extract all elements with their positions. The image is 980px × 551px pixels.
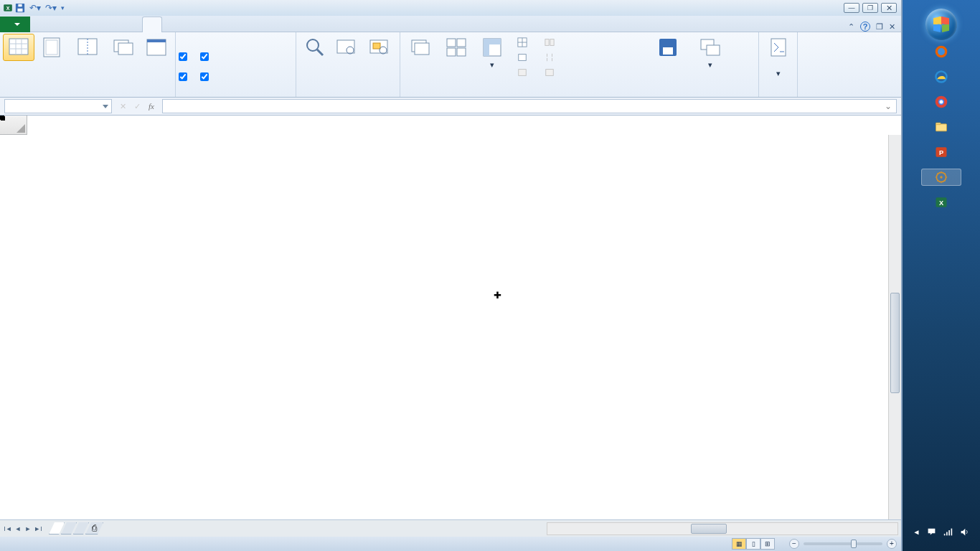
tray-network-icon[interactable] [943, 527, 953, 537]
group-label-window [403, 95, 755, 97]
help-icon[interactable]: ? [860, 22, 870, 32]
taskbar-powerpoint[interactable]: P [921, 143, 961, 161]
formula-bar-checkbox[interactable] [200, 50, 212, 64]
taskbar-app-active[interactable] [921, 169, 961, 186]
sheet-nav-prev[interactable]: ◄ [13, 523, 23, 534]
titlebar: X ↶▾ ↷▾ ▾ — ❐ ✕ [0, 0, 901, 16]
start-button[interactable] [925, 9, 957, 40]
window-restore-icon[interactable]: ❐ [876, 22, 883, 32]
svg-rect-45 [707, 45, 720, 55]
zoom-in-button[interactable]: + [887, 539, 897, 549]
custom-views-button[interactable] [108, 34, 139, 61]
unhide-button[interactable] [514, 65, 534, 80]
zoom-100-button[interactable] [332, 34, 359, 61]
group-label-workbook-views [3, 95, 172, 97]
svg-line-19 [317, 50, 323, 55]
maximize-button[interactable]: ❐ [862, 3, 878, 13]
status-bar: ▦ ▯ ⊞ − + [0, 537, 901, 551]
vertical-scrollbar[interactable] [888, 135, 901, 519]
tab-home[interactable] [30, 16, 49, 32]
window-close-icon[interactable]: ✕ [889, 22, 895, 32]
svg-rect-72 [951, 529, 953, 536]
full-screen-button[interactable] [141, 34, 172, 61]
page-break-preview-button[interactable] [69, 34, 107, 61]
group-label-zoom [299, 95, 397, 97]
taskbar-chrome[interactable] [921, 93, 961, 110]
hide-button[interactable] [514, 50, 534, 65]
sheet-nav-next[interactable]: ► [23, 523, 33, 534]
tab-review[interactable] [123, 16, 142, 32]
taskbar-excel[interactable]: X [921, 194, 961, 211]
close-button[interactable]: ✕ [881, 3, 897, 13]
redo-button[interactable]: ↷▾ [45, 3, 57, 13]
zoom-slider[interactable] [804, 542, 882, 545]
svg-rect-53 [936, 124, 947, 131]
save-icon[interactable] [15, 3, 25, 13]
fx-icon[interactable]: fx [145, 100, 158, 113]
tab-page-layout[interactable] [67, 16, 86, 32]
tab-formulas[interactable] [86, 16, 105, 32]
svg-text:P: P [939, 149, 943, 156]
svg-rect-5 [9, 39, 28, 55]
minimize-ribbon-icon[interactable]: ⌃ [848, 22, 854, 32]
windows-taskbar: P X ◄ [903, 0, 980, 551]
taskbar-explorer[interactable] [921, 118, 961, 136]
ribbon: ▾ ▾ ▾ [0, 32, 901, 98]
expand-formula-bar-icon[interactable]: ⌄ [885, 101, 895, 111]
formula-bar-row: ✕ ✓ fx ⌄ [0, 98, 901, 116]
new-window-button[interactable] [403, 34, 438, 61]
sheet-nav-last[interactable]: ►I [33, 523, 43, 534]
switch-windows-button[interactable]: ▾ [690, 34, 730, 70]
cancel-formula-icon[interactable]: ✕ [116, 100, 129, 113]
ruler-checkbox[interactable] [179, 50, 190, 64]
svg-rect-70 [947, 532, 948, 536]
normal-view-icon[interactable]: ▦ [732, 538, 746, 550]
reset-window-position-button[interactable] [541, 65, 643, 80]
qat-customize[interactable]: ▾ [61, 4, 65, 11]
zoom-button[interactable] [299, 34, 331, 61]
normal-view-button[interactable] [3, 34, 34, 61]
tray-volume-icon[interactable] [960, 527, 969, 537]
view-side-by-side-button[interactable] [541, 35, 643, 50]
undo-button[interactable]: ↶▾ [29, 3, 41, 13]
tab-data[interactable] [105, 16, 123, 32]
svg-rect-4 [18, 4, 22, 7]
tray-action-center-icon[interactable] [927, 527, 936, 537]
tab-view[interactable] [142, 17, 162, 32]
taskbar-firefox[interactable] [921, 43, 961, 60]
svg-rect-33 [484, 39, 489, 56]
svg-rect-20 [337, 40, 354, 53]
svg-point-58 [940, 176, 942, 178]
sheet-tabs-bar: I◄ ◄ ► ►I ⎙ [0, 519, 901, 537]
file-tab[interactable] [0, 17, 30, 32]
page-break-view-icon[interactable]: ⊞ [760, 538, 775, 550]
tab-insert[interactable] [49, 16, 67, 32]
save-workspace-button[interactable] [647, 34, 689, 61]
gridlines-checkbox[interactable] [179, 70, 190, 84]
tray-show-hidden-icon[interactable]: ◄ [913, 528, 920, 536]
page-layout-view-icon[interactable]: ▯ [746, 538, 760, 550]
spreadsheet-grid: ✚ [0, 116, 901, 519]
scrollbar-thumb[interactable] [890, 293, 900, 393]
page-layout-view-button[interactable] [36, 34, 67, 61]
zoom-out-button[interactable]: − [789, 539, 799, 549]
synchronous-scrolling-button[interactable] [541, 50, 643, 65]
freeze-panes-button[interactable]: ▾ [475, 34, 509, 70]
taskbar-ie[interactable] [921, 68, 961, 85]
svg-rect-3 [18, 9, 23, 11]
macros-button[interactable]: ▾ [762, 34, 794, 78]
select-all-corner[interactable] [0, 116, 27, 135]
svg-point-18 [307, 39, 319, 51]
horizontal-scrollbar[interactable] [547, 522, 898, 535]
arrange-all-button[interactable] [439, 34, 473, 61]
formula-bar[interactable]: ⌄ [162, 99, 897, 113]
sheet-nav-first[interactable]: I◄ [3, 523, 13, 534]
minimize-button[interactable]: — [844, 3, 859, 13]
split-button[interactable] [514, 35, 534, 50]
hscroll-thumb[interactable] [691, 524, 727, 534]
enter-formula-icon[interactable]: ✓ [131, 100, 143, 113]
headings-checkbox[interactable] [200, 70, 212, 84]
zoom-to-selection-button[interactable] [361, 34, 397, 61]
svg-text:X: X [6, 6, 10, 11]
name-box[interactable] [4, 99, 112, 113]
